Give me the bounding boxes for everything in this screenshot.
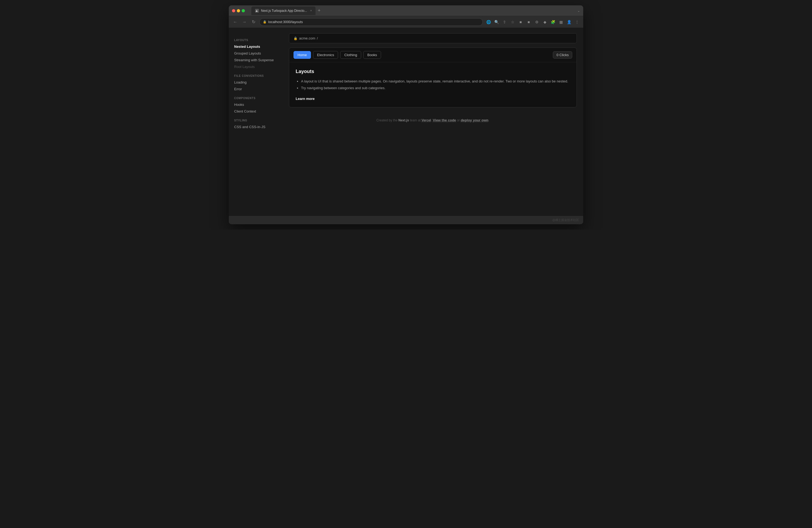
learn-more-link[interactable]: Learn more (296, 97, 315, 101)
url-breadcrumb: 🔒 acme.com / (289, 33, 577, 43)
address-bar[interactable]: 🔒 localhost:3000/layouts (259, 18, 483, 26)
split-view-icon[interactable]: ▦ (558, 19, 564, 25)
lock-icon: 🔒 (263, 20, 267, 24)
extension1-icon[interactable]: ■ (518, 19, 524, 25)
card-body: Layouts A layout is UI that is shared be… (289, 62, 577, 107)
sidebar-section-components: COMPONENTS (229, 92, 282, 101)
clicks-badge: 0 Clicks (553, 51, 572, 59)
back-button[interactable]: ← (232, 19, 238, 25)
toolbar-icons: 🌐 🔍 ⇧ ☆ ■ ■ ⚙ ◆ 🧩 ▦ 👤 ⋮ (485, 19, 580, 25)
bookmark-icon[interactable]: ☆ (510, 19, 516, 25)
translate-icon[interactable]: 🌐 (485, 19, 491, 25)
sidebar-item-client-context[interactable]: Client Context (229, 108, 282, 115)
tab-books[interactable]: Books (363, 51, 381, 59)
menu-icon[interactable]: ⋮ (574, 19, 580, 25)
nav-tabs-bar: Home Electronics Clothing Books 0 Clicks (289, 48, 577, 62)
new-tab-button[interactable]: + (316, 8, 323, 13)
sidebar-section-layouts: LAYOUTS (229, 34, 282, 43)
puzzle-icon[interactable]: 🧩 (550, 19, 556, 25)
breadcrumb-separator: / (317, 36, 318, 40)
footer-text2: team at (409, 118, 422, 122)
url-text: localhost:3000/layouts (268, 20, 303, 24)
sidebar-item-grouped-layouts[interactable]: Grouped Layouts (229, 50, 282, 57)
forward-button[interactable]: → (241, 19, 248, 25)
content-bullet-1: A layout is UI that is shared between mu… (301, 79, 570, 84)
traffic-lights (232, 9, 245, 12)
extension3-icon[interactable]: ◆ (542, 19, 548, 25)
sidebar-item-hooks[interactable]: Hooks (229, 101, 282, 108)
tab-title: Next.js Turbopack App Directo... (261, 9, 307, 13)
zoom-icon[interactable]: 🔍 (494, 19, 499, 25)
footer-text3: . (431, 118, 433, 122)
footer-text4: or (456, 118, 461, 122)
footer-view-code-link[interactable]: View the code (433, 118, 456, 122)
extension2-icon[interactable]: ■ (526, 19, 532, 25)
page-footer: Created by the Next.js team at Vercel. V… (289, 108, 577, 128)
footer-deploy-link[interactable]: deploy your own (461, 118, 489, 122)
tab-close-button[interactable]: × (310, 9, 312, 12)
sidebar-item-root-layouts[interactable]: Root Layouts (229, 63, 282, 70)
sidebar-item-streaming[interactable]: Streaming with Suspense (229, 57, 282, 63)
footer-nextjs-link[interactable]: Next.js (398, 118, 409, 122)
browser-toolbar: ← → ↻ 🔒 localhost:3000/layouts 🌐 🔍 ⇧ ☆ ■… (229, 16, 583, 28)
profile-icon[interactable]: 👤 (566, 19, 572, 25)
close-button[interactable] (232, 9, 235, 12)
footer-text5: . (489, 118, 489, 122)
breadcrumb-url: acme.com (299, 36, 315, 40)
active-tab[interactable]: ▲ Next.js Turbopack App Directo... × (251, 6, 316, 15)
sidebar-item-loading[interactable]: Loading (229, 79, 282, 86)
share-icon[interactable]: ⇧ (502, 19, 508, 25)
title-bar: ▲ Next.js Turbopack App Directo... × + ⌄ (229, 5, 583, 16)
tab-electronics[interactable]: Electronics (313, 51, 338, 59)
sidebar-item-css[interactable]: CSS and CSS-in-JS (229, 124, 282, 130)
tab-home[interactable]: Home (293, 51, 311, 59)
content-card: Home Electronics Clothing Books 0 Clicks… (289, 47, 577, 108)
sidebar-section-file: FILE CONVENTIONS (229, 70, 282, 79)
window-controls: ⌄ (577, 9, 580, 13)
tab-favicon: ▲ (255, 9, 259, 13)
footer-vercel-link[interactable]: Vercel (422, 118, 431, 122)
maximize-button[interactable] (242, 9, 245, 12)
content-bullet-2: Try navigating between categories and su… (301, 85, 570, 91)
watermark: @稀土掘金技术社区 (229, 216, 583, 224)
settings-icon[interactable]: ⚙ (534, 19, 540, 25)
sidebar-section-styling: STYLING (229, 115, 282, 124)
page-content: LAYOUTS Nested Layouts Grouped Layouts S… (229, 28, 583, 216)
tab-bar: ▲ Next.js Turbopack App Directo... × + (251, 6, 575, 15)
breadcrumb-lock-icon: 🔒 (293, 37, 298, 40)
tab-clothing[interactable]: Clothing (340, 51, 361, 59)
sidebar: LAYOUTS Nested Layouts Grouped Layouts S… (229, 28, 282, 216)
sidebar-item-error[interactable]: Error (229, 86, 282, 92)
content-list: A layout is UI that is shared between mu… (296, 79, 570, 91)
browser-window: ▲ Next.js Turbopack App Directo... × + ⌄… (229, 5, 583, 224)
sidebar-item-nested-layouts[interactable]: Nested Layouts (229, 43, 282, 50)
reload-button[interactable]: ↻ (250, 19, 257, 25)
footer-text1: Created by the (376, 118, 398, 122)
card-title: Layouts (296, 69, 570, 74)
main-content: 🔒 acme.com / Home Electronics Clothing B… (282, 28, 583, 216)
minimize-button[interactable] (237, 9, 240, 12)
